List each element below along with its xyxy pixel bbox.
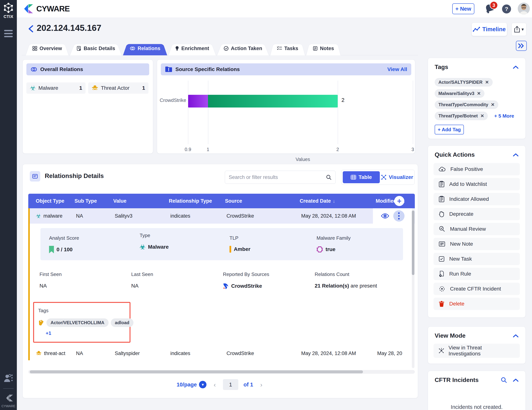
col-relationship-type[interactable]: Relationship Type [169,198,225,204]
quick-action-false-positive[interactable]: False Positive [434,163,520,175]
per-page-select[interactable]: 10/page ▾ [177,381,207,388]
help-button[interactable]: ? [502,4,511,13]
tab-relations[interactable]: Relations [123,42,167,55]
quick-action-delete[interactable]: Delete [434,298,520,310]
tab-enrichment[interactable]: Enrichment [168,42,216,55]
back-icon[interactable] [28,25,34,33]
col-source[interactable]: Source [225,198,300,204]
chevron-up-icon[interactable] [513,153,519,157]
quick-action-label: New Note [450,241,473,247]
notifications-button[interactable]: 3 [484,4,494,14]
relation-count: 1 [142,85,145,91]
add-tag-button[interactable]: + Add Tag [435,125,464,134]
table-row-threat-actor[interactable]: threat-act NA Saltyspider indicates Crow… [30,346,415,360]
malware-biohazard-icon: ☣ [36,212,41,219]
tlp-value: Amber [234,246,250,252]
table-header-row: Object Type Sub Type Value Relationship … [28,194,415,208]
search-input[interactable] [229,174,326,180]
add-column-button[interactable]: + [394,196,404,206]
tab-notes[interactable]: Notes [306,42,341,55]
bar-segment-threat-actor[interactable] [208,95,338,108]
field-label: TLP [229,235,250,241]
brand-name: CYWARE [36,4,70,13]
quick-action-label: Run Rule [449,271,471,277]
tags-more-link[interactable]: +1 [46,330,51,336]
cell-modified: May 28, 20 [377,351,415,356]
check-circle-icon [224,46,228,51]
overall-relation-threat-actor[interactable]: Threat Actor 1 [88,82,148,94]
scrollbar-thumb[interactable] [30,370,363,373]
bar-segment-malware[interactable] [188,95,208,108]
remove-tag-icon[interactable]: ✕ [477,91,481,96]
tag-label: Actor/SALTYSPIDER [438,80,483,85]
task-checkbox-icon [439,256,444,262]
trash-icon [439,301,444,307]
chevron-up-icon[interactable] [513,334,519,338]
tag-pill[interactable]: ThreatType/Commodity✕ [435,100,498,109]
quick-action-manual-review[interactable]: Manual Review [434,223,520,235]
remove-tag-icon[interactable]: ✕ [480,113,484,118]
timeline-label: Timeline [482,26,506,33]
quick-action-deprecate[interactable]: Deprecate [434,208,520,220]
per-page-label: 10/page [177,382,197,388]
visualizer-view-button[interactable]: Visualizer [381,171,413,183]
bar-total-label: 2 [342,97,344,103]
quick-action-indicator-allowed[interactable]: Indicator Allowed [434,193,520,205]
eye-icon[interactable] [381,213,389,219]
table-view-button[interactable]: Table [343,171,380,183]
tags-more-link[interactable]: + 5 More [494,113,514,119]
quick-action-add-to-watchlist[interactable]: Add to Watchlist [434,178,520,190]
row-menu-button[interactable] [393,210,405,221]
x-tick: 0.9 [185,147,191,152]
tag-pill[interactable]: ThreatType/Botnet✕ [435,112,488,120]
chevron-up-icon[interactable] [513,65,519,69]
cell-sub-type: NA [76,213,115,219]
tab-action-taken[interactable]: Action Taken [217,42,269,55]
row-tag[interactable]: Actor/VELVETCHOLLIMA [47,319,109,327]
tab-tasks[interactable]: Tasks [270,42,305,55]
prev-page-button[interactable]: ‹ [212,381,218,388]
quick-action-label: Manual Review [450,226,486,232]
collapse-panel-button[interactable] [516,41,527,51]
scrollbar-thumb[interactable] [412,210,414,275]
table-row-malware[interactable]: ☣malware NA Salityv3 indicates CrowdStri… [30,208,415,224]
export-button[interactable] [511,23,526,36]
col-object-type[interactable]: Object Type [28,198,75,204]
view-mode-card: View Mode View in Threat Investigations [428,327,526,364]
pagination: 10/page ▾ ‹ 1 of 1 › [23,379,418,390]
next-page-button[interactable]: › [258,381,264,388]
user-avatar[interactable] [518,3,530,15]
relations-search[interactable] [225,171,336,184]
remove-tag-icon[interactable]: ✕ [485,80,489,85]
tab-label: Action Taken [231,46,262,51]
remove-tag-icon[interactable]: ✕ [491,102,494,107]
user-settings-icon[interactable] [3,374,14,383]
quick-action-run-rule[interactable]: Run Rule [434,268,520,280]
tag-pill[interactable]: Malware/Salityv3✕ [435,89,484,98]
chevron-up-icon[interactable] [513,378,519,382]
col-created-date[interactable]: Created Date [300,198,376,204]
quick-action-new-note[interactable]: New Note [434,238,520,250]
overall-relation-malware[interactable]: ☣ Malware 1 [26,82,86,94]
ctix-logo-icon[interactable] [3,3,14,13]
row-tag[interactable]: adload [111,319,133,327]
tlp-field: TLP Amber [229,235,250,253]
search-icon[interactable] [501,377,507,383]
menu-hamburger-icon[interactable] [4,30,13,37]
tab-basic-details[interactable]: Basic Details [70,42,122,55]
tab-overview[interactable]: Overview [26,42,69,55]
tag-pill[interactable]: Actor/SALTYSPIDER✕ [435,78,493,87]
quick-action-create-cftr-incident[interactable]: Create CFTR Incident [434,283,520,295]
col-value[interactable]: Value [113,198,169,204]
col-sub-type[interactable]: Sub Type [75,198,113,204]
x-tick: 2 [336,147,339,152]
quick-action-new-task[interactable]: New Task [434,253,520,265]
new-button[interactable]: + New [452,3,474,14]
view-in-threat-investigations[interactable]: View in Threat Investigations [434,344,520,358]
run-rule-icon [439,271,444,277]
quick-action-label: False Positive [450,166,483,172]
search-icon[interactable] [326,174,332,180]
current-page-box[interactable]: 1 [223,379,238,390]
timeline-button[interactable]: Timeline [472,23,507,36]
cyware-logo-icon [24,4,34,14]
